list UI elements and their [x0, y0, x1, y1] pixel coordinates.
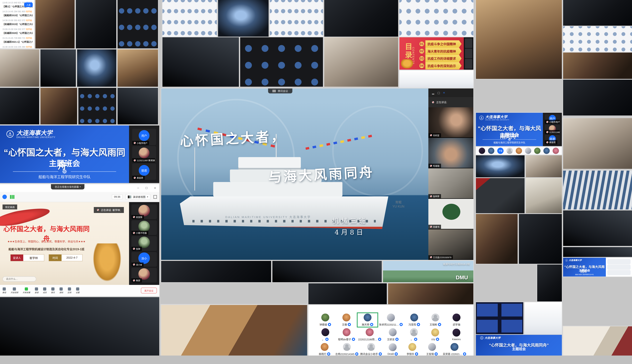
- minimize-icon[interactable]: ▂: [432, 91, 434, 94]
- camera-button[interactable]: 开启视频: [10, 288, 18, 294]
- avatar[interactable]: [506, 148, 513, 154]
- meeting-list-item[interactable]: 15:15-15:45728 890 721待开始 【机械研2021-1】“心怀…: [0, 36, 34, 44]
- participant-cell[interactable]: 钟裔骏: [315, 312, 336, 327]
- avatar[interactable]: [488, 148, 494, 154]
- ship-mast: [194, 148, 195, 191]
- participant-cell[interactable]: 聪明de傻子: [336, 327, 357, 342]
- participant-cell[interactable]: 吴贤夏-222021…: [442, 342, 467, 356]
- photo-tile: [526, 155, 562, 177]
- video-tile[interactable]: 小猪不吃枷: [132, 220, 157, 235]
- avatar[interactable]: [552, 148, 559, 154]
- members-button[interactable]: 成员: [43, 288, 47, 294]
- participant-cell[interactable]: 王瑞彬: [425, 312, 446, 327]
- avatar[interactable]: [525, 148, 531, 154]
- chat-button[interactable]: 聊天: [51, 288, 55, 294]
- class-caption: 能源与动力工程2018-2班: [443, 262, 470, 266]
- contents-items: 01抗疫斗争之中国精神 02海大青年的抗疫精神 03抗疫工作的详细要求 04抗疫…: [420, 37, 464, 70]
- screen-share-banner[interactable]: 您正在观看分享的屏幕▾: [51, 184, 84, 190]
- maximize-button[interactable]: ☐: [145, 186, 148, 190]
- avatar[interactable]: [544, 148, 550, 154]
- apps-button[interactable]: 应用: [68, 288, 71, 294]
- invite-button[interactable]: 邀请: [35, 288, 38, 294]
- participant-cell[interactable]: 柳雨行: [315, 342, 334, 356]
- layout-icon: [128, 196, 131, 198]
- lock-view-label[interactable]: 锁定画面: [2, 204, 17, 210]
- video-tile[interactable]: [465, 59, 472, 68]
- chat-input[interactable]: [2, 276, 36, 282]
- photo-tile: [563, 247, 632, 257]
- participant-cell[interactable]: 。: [403, 327, 424, 342]
- video-tile[interactable]: [465, 38, 472, 48]
- participant-name: 施天舜: [362, 323, 369, 326]
- video-tile[interactable]: 丽君惠丽君: [132, 164, 156, 180]
- fullscreen-icon[interactable]: [154, 195, 157, 199]
- photo-tile: [526, 178, 562, 213]
- list-item[interactable]: [607, 270, 630, 275]
- video-tile[interactable]: [465, 49, 472, 58]
- video-tile[interactable]: 無邪: [132, 268, 157, 282]
- view-mode-dropdown[interactable]: 演讲者视图▾: [126, 194, 150, 200]
- video-tile[interactable]: 1120211897黄博渊: [545, 124, 560, 134]
- meeting-list-item[interactable]: 15:00-15:30534 332 377待开始 【机械研2020】“心怀国之…: [0, 26, 34, 36]
- minimize-button[interactable]: ─: [137, 186, 139, 190]
- meeting-list-item[interactable]: 15:30-16:00216 235 384待开始 【船舶研2021-2】“心怀…: [0, 44, 34, 48]
- video-tile[interactable]: 用户小程序用户: [132, 129, 156, 145]
- participant-cell[interactable]: 王傲: [336, 312, 357, 327]
- settings-button[interactable]: 设置: [76, 288, 80, 294]
- status-badge-icon: [434, 352, 438, 356]
- video-tile[interactable]: 张梓厚: [428, 168, 473, 199]
- participant-cell[interactable]: 2220212186陈…: [357, 327, 382, 342]
- video-tile[interactable]: 派小派小✿: [132, 252, 157, 267]
- meeting-list-item[interactable]: 14:15-14:45294 581 803待开始 【船舶研2019】“心怀国之…: [0, 9, 34, 18]
- video-tile[interactable]: 张翀: [132, 236, 157, 251]
- video-tile[interactable]: 毛瑞瑞: [428, 138, 473, 168]
- join-meeting-button[interactable]: 入会: [24, 2, 33, 7]
- list-item[interactable]: [607, 259, 630, 264]
- participant-cell[interactable]: 王骄龙: [382, 327, 403, 342]
- avatar[interactable]: [534, 148, 540, 154]
- participant-cell-selected[interactable]: 施天舜: [357, 312, 378, 327]
- golden-lion-decoration: [93, 244, 121, 282]
- status-badge-icon: [396, 338, 398, 341]
- status-badge-icon: [400, 323, 403, 326]
- participant-cell[interactable]: 李锦华: [402, 342, 422, 356]
- record-button[interactable]: 录制: [59, 288, 63, 294]
- window-icon[interactable]: ▢: [437, 91, 440, 94]
- meeting-title: 【机械研2021-1】“心怀国之大者，与海…: [2, 40, 32, 43]
- video-tile[interactable]: 王志磊2220192679: [428, 230, 473, 260]
- record-icon: [60, 288, 63, 290]
- video-tile[interactable]: 肖枳宣: [428, 107, 473, 138]
- participant-cell[interactable]: 左杨2220214345: [334, 342, 359, 356]
- mute-button[interactable]: 静音: [2, 288, 6, 294]
- participant-cell[interactable]: Deaili: [383, 342, 402, 356]
- participant-cell[interactable]: 。: [315, 327, 336, 342]
- meeting-app-titlebar[interactable]: 腾讯会议: [268, 88, 292, 94]
- participant-cell[interactable]: 王俊锡: [422, 342, 442, 356]
- participant-cell[interactable]: 冯圣阳: [404, 312, 425, 327]
- meeting-list-item[interactable]: 14:30-15:00355 822 372待开始 【机械研2019】“心怀国之…: [0, 18, 34, 26]
- video-tile[interactable]: 用户小程序用户: [545, 114, 560, 124]
- photo-tile: [272, 261, 382, 282]
- participant-cell[interactable]: 腾讯会议小助手: [359, 342, 383, 356]
- participants-sidebar: 用户小程序用户 1120211897黄博渊 丽君惠丽君: [543, 113, 562, 146]
- video-tile[interactable]: 丽君惠丽君: [545, 135, 560, 144]
- participant-cell[interactable]: Kaworu: [446, 327, 467, 342]
- video-tile[interactable]: 1120211897黄博渊: [132, 146, 156, 162]
- close-button[interactable]: ✕: [154, 186, 156, 190]
- avatar[interactable]: 子琨: [497, 148, 504, 154]
- participant-cell[interactable]: zzy: [424, 327, 446, 342]
- chat-icon: [51, 288, 54, 290]
- meeting-meta: 15:00-15:30534 332 377待开始: [2, 28, 32, 30]
- meeting-list-item[interactable]: 13:45-14:15640 921 700进行中 【博士】“心怀国之大者，与海…: [0, 0, 34, 9]
- leave-meeting-button[interactable]: 离开会议: [141, 288, 157, 293]
- video-tile[interactable]: 奕国策: [132, 204, 157, 219]
- participant-cell[interactable]: 迟学瀚: [446, 312, 467, 327]
- muted-mic-icon: [133, 264, 135, 266]
- layout-list-icon[interactable]: ≡: [443, 91, 445, 94]
- participant-cell[interactable]: 张卓然2220211…: [378, 312, 404, 327]
- list-item[interactable]: [607, 264, 630, 270]
- video-tile[interactable]: 肖睿书: [428, 199, 473, 229]
- avatar[interactable]: [479, 148, 485, 154]
- share-screen-button[interactable]: 共享屏幕: [23, 288, 30, 294]
- avatar[interactable]: [516, 148, 522, 154]
